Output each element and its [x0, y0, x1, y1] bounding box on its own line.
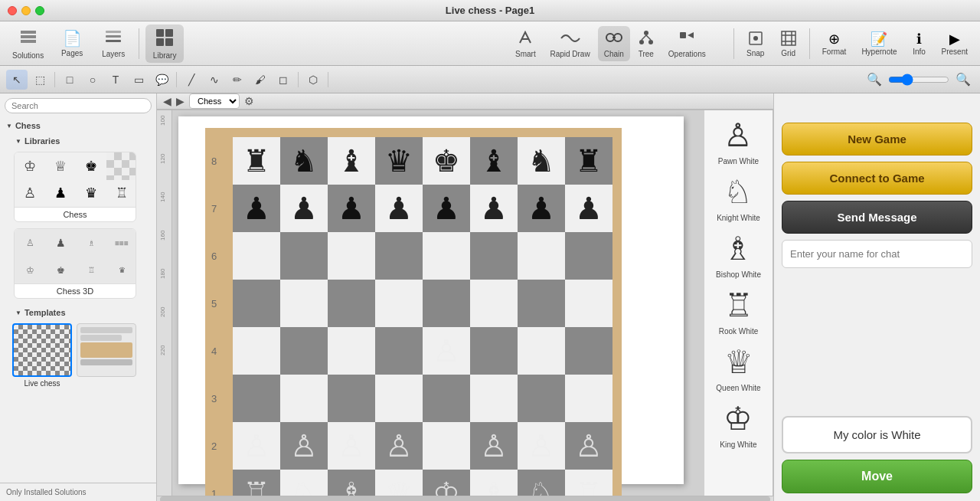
cell-7g[interactable]: ♟ [518, 185, 565, 232]
cell-6e[interactable] [423, 232, 470, 280]
cell-3c[interactable] [328, 375, 375, 422]
cell-2a[interactable]: ♙ [233, 422, 280, 470]
toolbar-hypernote[interactable]: 📝 Hypernote [855, 28, 903, 59]
cell-4b[interactable] [280, 327, 328, 375]
cell-7c[interactable]: ♟ [328, 185, 375, 232]
toolbar-layers[interactable]: Layers [94, 26, 132, 61]
cell-5c[interactable] [328, 280, 375, 327]
line-tool[interactable]: ╱ [181, 70, 202, 90]
cell-7a[interactable]: ♟ [233, 185, 280, 232]
king-white-piece[interactable]: ♔ King White [720, 400, 756, 449]
cell-2h[interactable]: ♙ [565, 422, 612, 470]
cell-3a[interactable] [233, 375, 280, 422]
rook-white-piece[interactable]: ♖ Rook White [719, 287, 759, 336]
cell-2b[interactable]: ♙ [280, 422, 328, 470]
cell-2d[interactable]: ♙ [375, 422, 423, 470]
cell-4e[interactable]: ♙ [423, 327, 470, 375]
cell-3b[interactable] [280, 375, 328, 422]
cell-3h[interactable] [565, 375, 612, 422]
cell-2g[interactable]: ♙ [518, 422, 565, 470]
cell-1c[interactable]: ♗ [328, 470, 375, 496]
toolbar-grid[interactable]: Grid [774, 27, 803, 61]
cell-3f[interactable] [470, 375, 518, 422]
circle-tool[interactable]: ○ [82, 70, 103, 90]
cell-1e[interactable]: ♔ [423, 470, 470, 496]
select-tool[interactable]: ↖ [6, 70, 28, 90]
cell-6f[interactable] [470, 232, 518, 280]
scrollbar-h[interactable] [160, 496, 770, 501]
cell-8g[interactable]: ♞ [518, 137, 565, 185]
cell-7d[interactable]: ♟ [375, 185, 423, 232]
text-tool[interactable]: T [105, 70, 126, 90]
cell-5h[interactable] [565, 280, 612, 327]
erase-tool[interactable]: ◻ [273, 70, 294, 90]
container-tool[interactable]: ⬡ [302, 70, 324, 90]
queen-white-piece[interactable]: ♕ Queen White [716, 343, 760, 392]
only-installed[interactable]: Only Installed Solutions [0, 483, 156, 501]
sidebar-section-chess[interactable]: ▼ Chess [0, 118, 156, 133]
cell-1a[interactable]: ♖ [233, 470, 280, 496]
cell-8f[interactable]: ♝ [470, 137, 518, 185]
page-select[interactable]: Chess [189, 93, 240, 109]
cell-7f[interactable]: ♟ [470, 185, 518, 232]
cell-2f[interactable]: ♙ [470, 422, 518, 470]
text-box-tool[interactable]: ▭ [128, 70, 149, 90]
cell-6c[interactable] [328, 232, 375, 280]
toolbar-rapid-draw[interactable]: Rapid Draw [544, 26, 596, 61]
maximize-button[interactable] [35, 6, 44, 15]
cell-8b[interactable]: ♞ [280, 137, 328, 185]
cell-2e[interactable] [423, 422, 470, 470]
send-message-button[interactable]: Send Message [782, 201, 972, 234]
cell-6a[interactable] [233, 232, 280, 280]
cell-5a[interactable] [233, 280, 280, 327]
chess-3d-library-item[interactable]: ♙ ♟ ♗ ≡≡≡ ♔ ♚ ♖ ♛ Chess 3D [14, 228, 136, 299]
toolbar-format[interactable]: ⊕ Format [816, 28, 853, 59]
cell-4d[interactable] [375, 327, 423, 375]
cell-8h[interactable]: ♜ [565, 137, 612, 185]
cell-1f[interactable]: ♗ [470, 470, 518, 496]
minimize-button[interactable] [21, 6, 31, 15]
live-chess-template[interactable]: Live chess [12, 323, 72, 388]
paint-tool[interactable]: 🖌 [250, 70, 271, 90]
pawn-white-piece[interactable]: ♙ Pawn White [718, 116, 759, 165]
cell-8d[interactable]: ♛ [375, 137, 423, 185]
cell-4a[interactable] [233, 327, 280, 375]
multi-select-tool[interactable]: ⬚ [29, 70, 51, 90]
cell-4c[interactable] [328, 327, 375, 375]
cell-6h[interactable] [565, 232, 612, 280]
toolbar-present[interactable]: ▶ Present [936, 28, 974, 59]
cell-4f[interactable] [470, 327, 518, 375]
cell-8e[interactable]: ♚ [423, 137, 470, 185]
rect-tool[interactable]: □ [59, 70, 80, 90]
toolbar-library[interactable]: Library [145, 25, 184, 63]
cell-7e[interactable]: ♟ [423, 185, 470, 232]
toolbar-pages[interactable]: 📄 Pages [53, 26, 91, 61]
cell-4g[interactable] [518, 327, 565, 375]
cell-3d[interactable] [375, 375, 423, 422]
zoom-in-btn[interactable]: 🔍 [952, 70, 974, 90]
sidebar-section-templates[interactable]: ▼ Templates [0, 305, 156, 320]
toolbar-smart[interactable]: Smart [508, 26, 542, 61]
cell-5b[interactable] [280, 280, 328, 327]
toolbar-chain[interactable]: Chain [598, 26, 630, 61]
cell-3e[interactable] [423, 375, 470, 422]
cell-8c[interactable]: ♝ [328, 137, 375, 185]
cell-6d[interactable] [375, 232, 423, 280]
toolbar-operations[interactable]: Operations [662, 26, 712, 61]
page-settings-btn[interactable]: ⚙ [244, 95, 254, 107]
pen-tool[interactable]: ✏ [227, 70, 248, 90]
page-prev-btn[interactable]: ◀ [163, 95, 172, 107]
scrollbar-h-area[interactable] [157, 496, 773, 501]
cell-2c[interactable]: ♙ [328, 422, 375, 470]
canvas-area[interactable]: 8 7 6 5 4 3 2 1 [172, 110, 704, 496]
toolbar-snap[interactable]: Snap [740, 27, 771, 61]
cell-4h[interactable] [565, 327, 612, 375]
cell-5d[interactable] [375, 280, 423, 327]
cell-1h[interactable]: ♖ [565, 470, 612, 496]
cell-1d[interactable]: ♕ [375, 470, 423, 496]
sidebar-section-libraries[interactable]: ▼ Libraries [0, 133, 156, 149]
chess-library-item[interactable]: ♔ ♕ ♚ ♙ ♟ ♛ ♖ Chess [14, 152, 136, 222]
toolbar-tree[interactable]: Tree [632, 26, 661, 61]
search-input[interactable] [5, 98, 152, 113]
cell-7b[interactable]: ♟ [280, 185, 328, 232]
